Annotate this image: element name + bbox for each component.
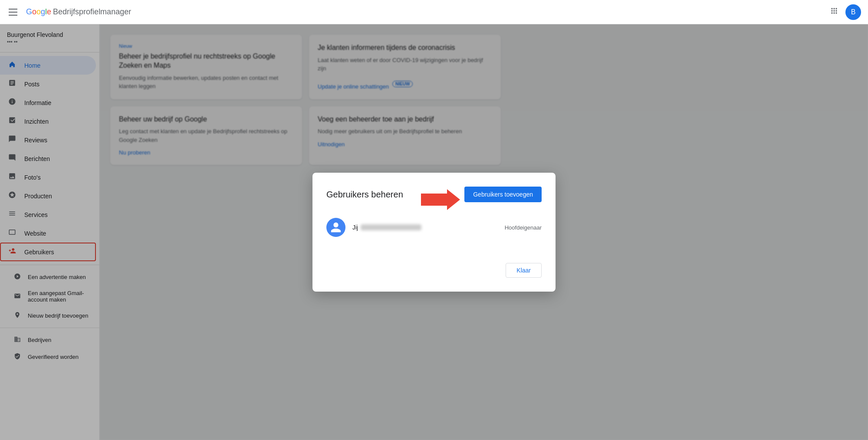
user-name-row: Jij bbox=[352, 224, 498, 231]
user-name-blurred bbox=[361, 224, 421, 230]
topbar: Google Bedrijfsprofielmanager B bbox=[0, 0, 868, 24]
dialog-header: Gebruikers beheren Gebruikers toevoegen bbox=[326, 187, 542, 202]
app-logo: Google Bedrijfsprofielmanager bbox=[26, 7, 131, 16]
add-users-button[interactable]: Gebruikers toevoegen bbox=[464, 187, 542, 202]
user-role: Hoofdeigenaar bbox=[505, 224, 542, 231]
app-title: Bedrijfsprofielmanager bbox=[53, 7, 131, 16]
google-logo: Google bbox=[26, 7, 51, 16]
klaar-button[interactable]: Klaar bbox=[506, 263, 542, 278]
user-row: Jij Hoofdeigenaar bbox=[326, 213, 542, 242]
gebruikers-dialog: Gebruikers beheren Gebruikers toevoegen … bbox=[312, 173, 556, 292]
topbar-right: B bbox=[830, 4, 861, 20]
user-avatar[interactable]: B bbox=[845, 4, 861, 20]
user-prefix: Jij bbox=[352, 224, 358, 231]
dialog-title: Gebruikers beheren bbox=[326, 190, 403, 200]
modal-overlay: Gebruikers beheren Gebruikers toevoegen … bbox=[0, 24, 868, 440]
hamburger-icon[interactable] bbox=[7, 7, 19, 17]
dialog-footer: Klaar bbox=[326, 256, 542, 278]
user-info: Jij bbox=[352, 224, 498, 231]
apps-grid-icon[interactable] bbox=[830, 7, 838, 17]
user-avatar-icon bbox=[326, 218, 345, 237]
topbar-left: Google Bedrijfsprofielmanager bbox=[7, 7, 131, 17]
